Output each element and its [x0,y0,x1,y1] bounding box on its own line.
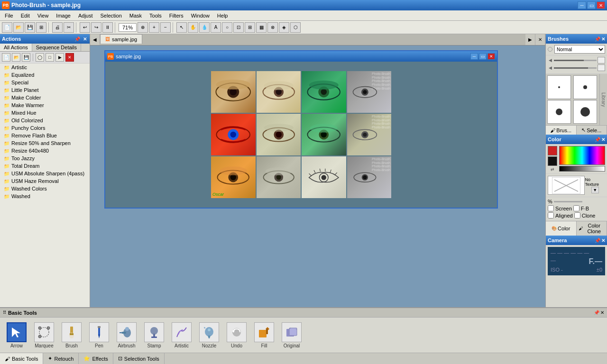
texture-box[interactable] [548,176,585,195]
extra-tool4[interactable]: ◈ [279,22,289,33]
tool-original[interactable]: Original [280,322,304,348]
minimize-button[interactable]: ─ [578,1,586,9]
bottom-panel-close[interactable]: ✕ [600,310,604,315]
menu-image[interactable]: Image [52,12,74,19]
action-special[interactable]: 📁 Special [0,79,90,86]
brush-cell-3[interactable] [547,100,571,124]
tab-sequence-details[interactable]: Sequence Details [32,44,81,51]
doc-close[interactable]: ✕ [535,34,545,45]
menu-mask[interactable]: Mask [126,12,146,19]
action-washed[interactable]: 📁 Washed [0,192,90,200]
tool-marquee[interactable]: Marquee [32,322,56,348]
color-gradient[interactable] [559,146,605,165]
action-remove-flash-blue[interactable]: 📁 Remove Flash Blue [0,132,90,139]
action-washed-colors[interactable]: 📁 Washed Colors [0,185,90,192]
brushes-close[interactable]: ✕ [601,36,605,42]
crop-tool[interactable]: ⊡ [233,22,244,33]
select-tool[interactable]: ↖ [176,22,187,33]
extra-tool2[interactable]: ▦ [256,22,267,33]
action-artistic[interactable]: 📁 Artistic [0,64,90,71]
tool-brush[interactable]: Brush [60,322,83,348]
action-little-planet[interactable]: 📁 Little Planet [0,86,90,94]
color-pin[interactable]: 📌 [595,137,600,142]
tab-retouch[interactable]: ✦ Retouch [43,353,79,364]
tab-effects[interactable]: ⭐ Effects [79,353,113,364]
menu-help[interactable]: Help [213,12,232,19]
undo-tool-icon[interactable] [227,322,247,342]
tab-color[interactable]: 🎨 Color [546,221,577,236]
action-punchy-colors[interactable]: 📁 Punchy Colors [0,124,90,132]
extra-tool3[interactable]: ⊗ [267,22,278,33]
tab-brushes[interactable]: 🖌 Brus... [546,126,577,135]
action-resize-640[interactable]: 📁 Resize 640x480 [0,147,90,155]
camera-close[interactable]: ✕ [601,238,605,243]
action-make-colder[interactable]: 📁 Make Colder [0,94,90,101]
bottom-panel-pin[interactable]: 📌 [594,310,599,315]
lasso-tool[interactable]: ○ [222,22,232,33]
nozzle-tool-icon[interactable] [199,322,219,342]
tool-nozzle[interactable]: Nozzle [197,322,221,348]
brush-tool-icon[interactable] [62,322,82,342]
new-button[interactable]: 📄 [2,22,12,33]
canvas-close[interactable]: ✕ [487,53,495,60]
tool-stamp[interactable]: Stamp [142,322,166,348]
open-button[interactable]: 📂 [13,22,24,33]
actions-rect-btn[interactable]: □ [46,53,54,62]
marquee-tool-icon[interactable] [34,322,54,342]
actions-circle-btn[interactable]: ◯ [36,53,44,62]
artistic-tool-icon[interactable] [172,322,192,342]
zoom-in[interactable]: + [149,22,159,33]
fill-tool-icon[interactable] [254,322,274,342]
tab-all-actions[interactable]: All Actions [0,44,32,51]
menu-view[interactable]: View [34,12,53,19]
actions-new-btn[interactable]: 📄 [2,53,10,62]
actions-pin-button[interactable]: 📌 [74,36,81,42]
text-tool[interactable]: A [211,22,221,33]
zoom-fit[interactable]: ⊕ [138,22,148,33]
print-button[interactable]: 🖨 [52,22,63,33]
action-make-warmer[interactable]: 📁 Make Warmer [0,101,90,109]
restore-button[interactable]: ▭ [587,1,596,9]
clone-checkbox[interactable] [574,212,580,218]
action-total-dream[interactable]: 📁 Total Dream [0,162,90,170]
doc-nav-prev[interactable]: ◀ [90,34,100,45]
brushes-pin[interactable]: 📌 [595,36,600,42]
menu-selection[interactable]: Selection [97,12,126,19]
tool-artistic[interactable]: Artistic [170,322,193,348]
menu-adjust[interactable]: Adjust [74,12,97,19]
arrow-tool-icon[interactable] [7,322,27,342]
screen-checkbox[interactable] [548,205,554,211]
action-resize-50[interactable]: 📁 Resize 50% and Sharpen [0,139,90,147]
tool-pen[interactable]: Pen [87,322,111,348]
redo-button[interactable]: ↪ [91,22,101,33]
canvas-minimize[interactable]: ─ [470,53,478,60]
menu-tools[interactable]: Tools [146,12,166,19]
slider-track-1[interactable] [554,60,597,61]
color-close[interactable]: ✕ [601,137,605,142]
brush-cell-4[interactable] [573,100,597,124]
swap-colors-icon[interactable]: ⇄ [548,167,557,172]
undo-button[interactable]: ↩ [80,22,90,33]
actions-stop-btn[interactable]: ✕ [65,53,74,62]
pct-slider[interactable] [554,201,582,202]
texture-dropdown-btn[interactable]: ▼ [591,187,599,193]
extra-tool5[interactable]: ⬡ [290,22,301,33]
menu-filters[interactable]: Filters [166,12,187,19]
extra-tool[interactable]: ⊞ [245,22,255,33]
foreground-color-swatch[interactable] [548,146,557,155]
doc-nav-next[interactable]: ▶ [525,34,535,45]
action-equalized[interactable]: 📁 Equalized [0,71,90,79]
save-button[interactable]: 💾 [25,22,35,33]
pen-tool-icon[interactable] [89,322,109,342]
actions-open-btn[interactable]: 📂 [12,53,20,62]
action-usm-haze[interactable]: 📁 USM Haze Removal [0,177,90,185]
tool-airbrush[interactable]: Airbrush [115,322,138,348]
slider-left-2[interactable]: ◀ [548,65,553,70]
airbrush-tool-icon[interactable] [117,322,137,342]
actions-play-btn[interactable]: ▶ [55,53,64,62]
aligned-checkbox[interactable] [548,212,554,218]
tab-selection-tools[interactable]: ⊡ Selection Tools [113,353,165,364]
tab-clone[interactable]: 🖌 Color Clone [577,221,607,236]
zoom-out[interactable]: − [160,22,171,33]
canvas-restore[interactable]: ▭ [479,53,487,60]
